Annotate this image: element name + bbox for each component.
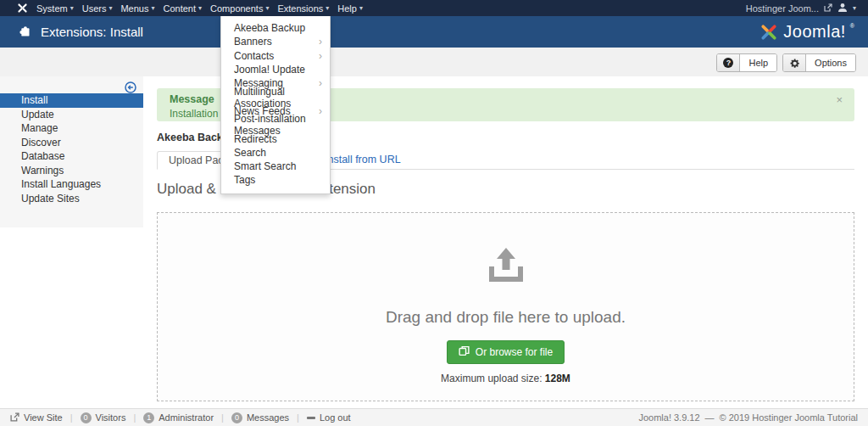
site-preview-link[interactable]: Hostinger Joom... (746, 3, 819, 14)
menu-system[interactable]: System▾ (32, 0, 78, 16)
sidebar-item-update[interactable]: Update (0, 108, 143, 122)
menu-item-akeeba-backup[interactable]: Akeeba Backup (221, 21, 330, 35)
menu-content[interactable]: Content▾ (159, 0, 207, 16)
messages-link[interactable]: 0 Messages (231, 412, 289, 423)
menu-components[interactable]: Components▾ (206, 0, 273, 16)
joomla-logo-text: Joomla! (783, 22, 846, 42)
joomla-logo: Joomla! ® (759, 22, 854, 42)
menu-users[interactable]: Users▾ (78, 0, 117, 16)
sidebar: Install Update Manage Discover Database … (0, 76, 143, 227)
user-icon[interactable] (837, 3, 848, 14)
page-title: Extensions: Install (41, 25, 143, 39)
menu-item-label: Tags (234, 174, 255, 186)
chevron-down-icon: ▾ (326, 5, 329, 12)
chevron-down-icon: ▾ (70, 5, 74, 12)
chevron-down-icon: ▾ (198, 5, 202, 12)
external-link-icon (824, 3, 832, 14)
sidebar-item-install-languages[interactable]: Install Languages (0, 177, 143, 192)
upload-icon (484, 247, 528, 288)
help-icon: ? (717, 54, 740, 71)
submenu-arrow-icon: › (319, 51, 322, 61)
sidebar-item-database[interactable]: Database (0, 149, 143, 164)
puzzle-icon (19, 25, 31, 38)
menu-item-label: Akeeba Backup (234, 22, 305, 34)
visitors-badge: 0 (81, 412, 92, 423)
footer-credits: Joomla! 3.9.12 — © 2019 Hostinger Joomla… (638, 412, 858, 423)
menu-item-label: Redirects (234, 133, 277, 145)
menu-item-label: Search (234, 147, 266, 159)
menu-menus[interactable]: Menus▾ (116, 0, 159, 16)
sidebar-item-update-sites[interactable]: Update Sites (0, 192, 143, 206)
menu-label: Help (337, 3, 357, 14)
registered-mark: ® (850, 23, 854, 29)
menu-item-post-installation-messages[interactable]: Post-installation Messages (221, 118, 330, 132)
chevron-down-icon: ▾ (359, 5, 363, 12)
copyright-text: © 2019 Hostinger Joomla Tutorial (720, 412, 858, 423)
chevron-down-icon: ▾ (108, 5, 112, 12)
max-upload-size: Maximum upload size: 128M (441, 373, 570, 384)
menu-label: Users (82, 3, 107, 14)
joomla-mark-icon (17, 3, 28, 14)
toolbar: ? Help Options (0, 48, 868, 76)
dash-separator: — (705, 412, 715, 423)
components-dropdown-menu: Akeeba Backup Banners› Contacts› Joomla!… (220, 16, 331, 194)
browse-button-label: Or browse for file (476, 346, 553, 358)
messages-label: Messages (247, 412, 289, 423)
logout-icon (307, 417, 315, 419)
upload-dropzone[interactable]: Drag and drop file here to upload. Or br… (157, 212, 854, 401)
messages-badge: 0 (231, 412, 242, 423)
logout-label: Log out (320, 412, 351, 423)
files-icon (459, 345, 470, 359)
menu-label: Components (210, 3, 263, 14)
menu-help[interactable]: Help▾ (333, 0, 367, 16)
menu-item-contacts[interactable]: Contacts› (221, 49, 330, 63)
menu-item-label: Banners (234, 36, 272, 48)
menu-item-label: Contacts (234, 50, 274, 62)
joomla-admin-screen: System▾ Users▾ Menus▾ Content▾ Component… (0, 0, 868, 426)
max-size-label: Maximum upload size: (441, 373, 542, 384)
menu-label: Menus (120, 3, 148, 14)
options-button[interactable]: Options (782, 53, 856, 72)
gear-icon (783, 54, 806, 71)
close-icon[interactable]: × (836, 94, 843, 105)
menu-label: Extensions (277, 3, 323, 14)
sidebar-item-install[interactable]: Install (0, 93, 143, 108)
menu-label: System (36, 3, 68, 14)
joomla-logo-icon (759, 22, 779, 42)
administrator-badge: 1 (143, 412, 154, 423)
chevron-down-icon: ▾ (265, 5, 269, 12)
administrator-link[interactable]: 1 Administrator (143, 412, 214, 423)
view-site-label: View Site (24, 412, 63, 423)
menu-item-joomla-update[interactable]: Joomla! Update (221, 63, 330, 76)
logout-link[interactable]: Log out (307, 412, 351, 423)
drag-drop-text: Drag and drop file here to upload. (386, 308, 626, 327)
status-bar: View Site | 0 Visitors | 1 Administrator… (0, 408, 868, 426)
sidebar-menu: Install Update Manage Discover Database … (0, 93, 143, 205)
help-button[interactable]: ? Help (716, 53, 777, 72)
menu-item-banners[interactable]: Banners› (221, 35, 330, 48)
menu-extensions[interactable]: Extensions▾ (273, 0, 333, 16)
sidebar-collapse-icon[interactable] (125, 81, 136, 93)
separator: | (133, 412, 136, 423)
menu-label: Content (164, 3, 197, 14)
page-header: Extensions: Install Joomla! ® (0, 16, 868, 48)
menu-item-search[interactable]: Search (221, 146, 330, 160)
sidebar-item-manage[interactable]: Manage (0, 121, 143, 136)
menu-item-multilingual-associations[interactable]: Multilingual Associations (221, 90, 330, 104)
browse-for-file-button[interactable]: Or browse for file (447, 340, 565, 364)
chevron-down-icon: ▾ (151, 5, 154, 12)
sidebar-item-warnings[interactable]: Warnings (0, 164, 143, 178)
tab-install-from-url[interactable]: Install from URL (325, 151, 401, 169)
separator: | (297, 412, 299, 423)
sidebar-item-discover[interactable]: Discover (0, 136, 143, 150)
submenu-arrow-icon: › (319, 36, 322, 47)
menu-item-tags[interactable]: Tags (221, 173, 330, 187)
administrator-label: Administrator (159, 412, 214, 423)
view-site-link[interactable]: View Site (10, 412, 63, 423)
menu-item-smart-search[interactable]: Smart Search (221, 160, 330, 173)
chevron-down-icon[interactable]: ▾ (853, 4, 856, 12)
menubar-right: Hostinger Joom... ▾ (746, 3, 856, 14)
visitors-link[interactable]: 0 Visitors (81, 412, 126, 423)
admin-menubar: System▾ Users▾ Menus▾ Content▾ Component… (0, 0, 868, 16)
joomla-version: Joomla! 3.9.12 (638, 412, 699, 423)
